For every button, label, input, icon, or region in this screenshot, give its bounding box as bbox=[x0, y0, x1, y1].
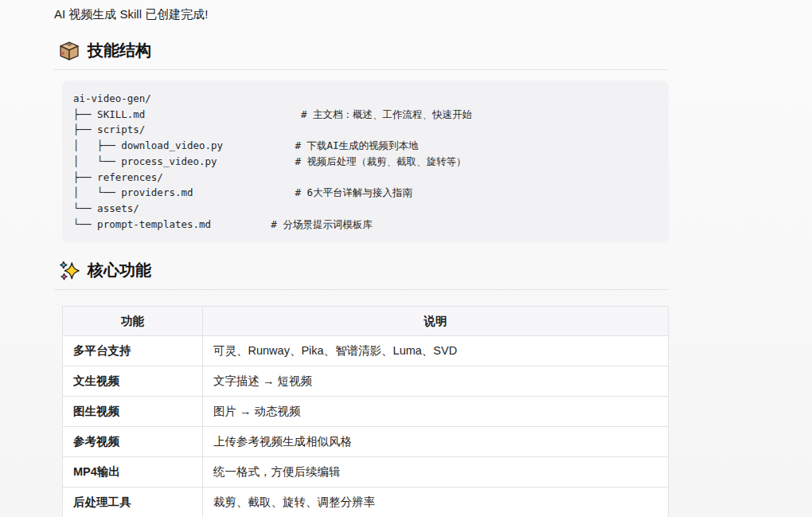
feature-name-cell: 后处理工具 bbox=[63, 488, 203, 517]
sparkles-icon bbox=[59, 260, 80, 281]
section-title: 核心功能 bbox=[88, 260, 151, 281]
feature-desc-cell: 文字描述 → 短视频 bbox=[203, 366, 669, 397]
table-row: MP4输出统一格式，方便后续编辑 bbox=[63, 457, 669, 488]
skill-tree-code-block: ai-video-gen/ ├── SKILL.md # 主文档：概述、工作流程… bbox=[62, 80, 669, 242]
section-heading-features: 核心功能 bbox=[54, 260, 669, 290]
feature-desc-cell: 图片 → 动态视频 bbox=[203, 397, 669, 427]
header-cell-feature: 功能 bbox=[63, 307, 203, 336]
section-heading-structure: 技能结构 bbox=[54, 40, 669, 70]
section-title: 技能结构 bbox=[88, 40, 151, 61]
document-content: AI 视频生成 Skill 已创建完成! 技能结构 ai-video-gen/ … bbox=[0, 0, 669, 517]
table-row: 参考视频上传参考视频生成相似风格 bbox=[63, 427, 669, 457]
feature-name-cell: 参考视频 bbox=[63, 427, 203, 457]
table-header-row: 功能 说明 bbox=[63, 307, 669, 336]
feature-name-cell: 多平台支持 bbox=[63, 336, 203, 366]
feature-desc-cell: 裁剪、截取、旋转、调整分辨率 bbox=[203, 488, 669, 517]
table-row: 多平台支持可灵、Runway、Pika、智谱清影、Luma、SVD bbox=[63, 336, 669, 366]
table-row: 文生视频文字描述 → 短视频 bbox=[63, 366, 669, 397]
feature-desc-cell: 可灵、Runway、Pika、智谱清影、Luma、SVD bbox=[203, 336, 669, 366]
intro-text: AI 视频生成 Skill 已创建完成! bbox=[54, 6, 669, 22]
table-row: 后处理工具裁剪、截取、旋转、调整分辨率 bbox=[63, 488, 669, 517]
feature-name-cell: MP4输出 bbox=[63, 457, 203, 488]
skill-tree-text: ai-video-gen/ ├── SKILL.md # 主文档：概述、工作流程… bbox=[73, 91, 658, 232]
table-row: 图生视频图片 → 动态视频 bbox=[63, 397, 669, 427]
feature-name-cell: 图生视频 bbox=[63, 397, 203, 427]
package-icon bbox=[59, 41, 80, 61]
features-table-body: 多平台支持可灵、Runway、Pika、智谱清影、Luma、SVD文生视频文字描… bbox=[63, 336, 669, 517]
feature-desc-cell: 上传参考视频生成相似风格 bbox=[203, 427, 669, 457]
feature-desc-cell: 统一格式，方便后续编辑 bbox=[203, 457, 669, 488]
features-table: 功能 说明 多平台支持可灵、Runway、Pika、智谱清影、Luma、SVD文… bbox=[62, 306, 669, 517]
feature-name-cell: 文生视频 bbox=[63, 366, 203, 397]
header-cell-description: 说明 bbox=[203, 307, 669, 336]
